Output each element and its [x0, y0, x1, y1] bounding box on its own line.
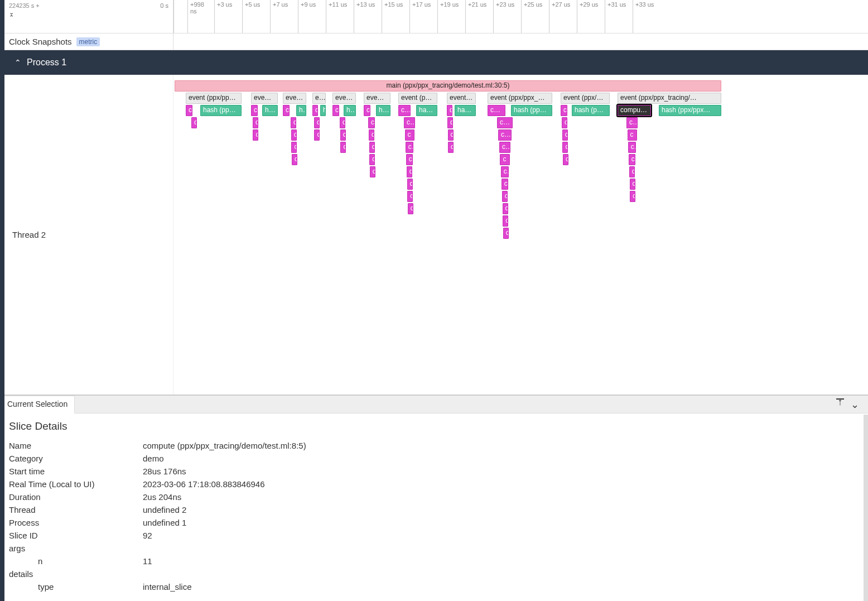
event-span[interactable]: event…: [283, 93, 306, 104]
compute-span[interactable]: c: [562, 142, 568, 153]
hash-span[interactable]: h…: [296, 105, 306, 116]
compute-span[interactable]: c: [340, 129, 346, 141]
compute-span[interactable]: c: [291, 142, 297, 153]
compute-span[interactable]: c: [407, 166, 412, 177]
compute-span[interactable]: c: [629, 166, 635, 177]
compute-span[interactable]: c: [253, 129, 258, 141]
compute-span[interactable]: c…: [186, 105, 192, 116]
time-base-label: 224235 s +: [9, 2, 40, 9]
scrollbar[interactable]: [864, 415, 868, 601]
compute-span[interactable]: co…: [498, 129, 512, 141]
flame-canvas[interactable]: main (ppx/ppx_tracing/demo/test.ml:30:5)…: [173, 75, 868, 395]
collapse-process-icon[interactable]: ⌃: [15, 60, 21, 65]
compute-span[interactable]: c: [291, 117, 296, 128]
event-span[interactable]: event (ppx/ppx…: [186, 93, 242, 104]
timeline-ruler[interactable]: +998 ns+3 us+5 us+7 us+9 us+11 us+13 us+…: [173, 0, 868, 33]
compute-span[interactable]: c: [406, 142, 413, 153]
compute-span[interactable]: c: [630, 179, 635, 190]
hash-span[interactable]: ha…: [344, 105, 356, 116]
event-span[interactable]: event (ppx/ppx_…: [488, 93, 552, 104]
compute-span[interactable]: c: [405, 129, 414, 141]
event-span[interactable]: event…: [332, 93, 356, 104]
compute-span[interactable]: c: [408, 203, 413, 214]
compute-span[interactable]: c: [500, 154, 509, 165]
compute-span[interactable]: c: [503, 203, 508, 214]
event-span[interactable]: event …: [251, 93, 278, 104]
hash-span[interactable]: hash (ppx/ppx…: [659, 105, 721, 116]
compute-span[interactable]: c: [291, 129, 297, 141]
compute-span[interactable]: comput…: [618, 105, 651, 116]
compute-span[interactable]: co…: [499, 142, 510, 153]
compute-span[interactable]: c: [370, 166, 375, 177]
compute-span[interactable]: c: [407, 179, 413, 190]
clock-snapshots-row[interactable]: Clock Snapshots metric: [4, 33, 868, 50]
move-to-top-icon[interactable]: ↑: [836, 398, 844, 411]
compute-span[interactable]: c: [369, 142, 375, 153]
compute-span[interactable]: c: [332, 105, 339, 116]
compute-span[interactable]: c: [407, 191, 413, 202]
event-span[interactable]: eve…: [312, 93, 326, 104]
compute-span[interactable]: c: [503, 215, 508, 227]
collapse-panel-icon[interactable]: ⌄: [851, 398, 859, 411]
hash-span[interactable]: hash…: [416, 105, 437, 116]
compute-span[interactable]: c: [340, 117, 345, 128]
compute-span[interactable]: co…: [398, 105, 411, 116]
compute-span[interactable]: c: [448, 142, 454, 153]
ruler-tick: +5 us: [242, 0, 270, 33]
detail-value: undefined 1: [143, 518, 186, 527]
tab-current-selection[interactable]: Current Selection: [0, 396, 75, 414]
event-span[interactable]: event (pp…: [398, 93, 437, 104]
process-header[interactable]: ⌃ Process 1: [4, 50, 868, 75]
compute-span[interactable]: c: [447, 117, 453, 128]
compute-span[interactable]: c: [501, 179, 508, 190]
compute-span[interactable]: co…: [497, 117, 513, 128]
compute-span[interactable]: co…: [626, 117, 638, 128]
compute-span[interactable]: c: [253, 117, 258, 128]
event-span[interactable]: event (ppx/pp…: [561, 93, 610, 104]
hash-span[interactable]: hash (ppx/…: [572, 105, 610, 116]
compute-span[interactable]: c: [191, 117, 197, 128]
compute-span[interactable]: c: [501, 166, 509, 177]
event-span[interactable]: event (p…: [447, 93, 476, 104]
compute-span[interactable]: c: [251, 105, 258, 116]
compute-span[interactable]: c: [314, 117, 320, 128]
compute-span[interactable]: c: [562, 129, 568, 141]
compute-span[interactable]: c: [502, 191, 508, 202]
detail-key: Real Time (Local to UI): [9, 479, 143, 489]
compute-span[interactable]: c: [630, 191, 635, 202]
compute-span[interactable]: com…: [488, 105, 505, 116]
main-span[interactable]: main (ppx/ppx_tracing/demo/test.ml:30:5): [175, 80, 721, 92]
thread-label-cell[interactable]: Thread 2: [4, 75, 173, 395]
compute-span[interactable]: c: [447, 105, 452, 116]
compute-span[interactable]: c: [312, 105, 318, 116]
compute-span[interactable]: c: [628, 129, 637, 141]
collapse-up-icon[interactable]: ⌃: [9, 15, 168, 20]
event-span[interactable]: event (ppx/ppx_tracing/…: [618, 93, 721, 104]
compute-span[interactable]: c: [448, 129, 454, 141]
compute-span[interactable]: c: [369, 129, 374, 141]
compute-span[interactable]: c: [340, 142, 346, 153]
compute-span[interactable]: c: [369, 154, 375, 165]
compute-span[interactable]: c…: [364, 105, 370, 116]
compute-span[interactable]: c: [368, 117, 375, 128]
compute-span[interactable]: c: [629, 154, 635, 165]
compute-span[interactable]: c…: [283, 105, 290, 116]
event-span[interactable]: event …: [364, 93, 390, 104]
compute-span[interactable]: c: [563, 154, 568, 165]
expand-down-icon[interactable]: ⌄: [9, 10, 168, 15]
hash-span[interactable]: h: [320, 105, 326, 116]
hash-span[interactable]: hash (…: [455, 105, 476, 116]
compute-span[interactable]: c: [406, 154, 413, 165]
hash-span[interactable]: hash (ppx…: [200, 105, 242, 116]
hash-span[interactable]: hash (ppx…: [511, 105, 552, 116]
compute-span[interactable]: c: [562, 117, 567, 128]
compute-span[interactable]: c: [561, 105, 567, 116]
compute-span[interactable]: c: [503, 228, 509, 239]
compute-span[interactable]: c: [292, 154, 297, 165]
compute-span[interactable]: c: [628, 142, 636, 153]
detail-value: 28us 176ns: [143, 467, 186, 476]
hash-span[interactable]: has…: [262, 105, 278, 116]
compute-span[interactable]: co…: [404, 117, 415, 128]
compute-span[interactable]: c: [314, 129, 320, 141]
hash-span[interactable]: has…: [376, 105, 390, 116]
